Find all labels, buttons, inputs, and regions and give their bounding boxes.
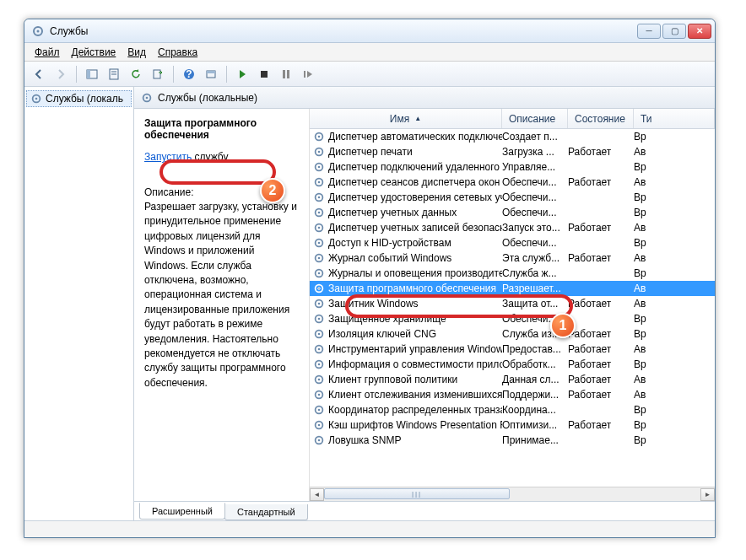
service-row[interactable]: Диспетчер подключений удаленного до...Уп… <box>310 159 715 175</box>
service-row[interactable]: Клиент групповой политикиДанная сл...Раб… <box>310 372 715 387</box>
service-row[interactable]: Инструментарий управления WindowsПредост… <box>310 342 715 357</box>
service-row[interactable]: Ловушка SNMPПринимае...Вр <box>310 433 715 448</box>
back-button[interactable] <box>30 65 48 83</box>
gear-icon <box>313 343 325 355</box>
service-row[interactable]: Координатор распределенных транзакцийКоо… <box>310 402 715 417</box>
cell-type: Вр <box>634 434 711 446</box>
statusbar <box>24 520 715 537</box>
toolbar-button[interactable] <box>202 65 220 83</box>
menu-action[interactable]: Действие <box>67 45 122 60</box>
gear-icon <box>313 419 325 431</box>
cell-type: Ав <box>634 283 711 294</box>
cell-state: Работает <box>568 298 634 310</box>
svg-rect-14 <box>287 70 289 78</box>
scroll-left-icon[interactable]: ◄ <box>310 488 324 501</box>
scroll-right-icon[interactable]: ► <box>700 488 715 501</box>
cell-desc: Предостав... <box>502 343 568 355</box>
service-row[interactable]: Диспетчер удостоверения сетевых участ...… <box>310 190 715 205</box>
cell-name: Координатор распределенных транзакций <box>313 404 502 416</box>
services-window: Службы ─ ▢ ✕ Файл Действие Вид Справка ?… <box>24 19 716 538</box>
forward-button[interactable] <box>51 65 70 83</box>
service-row[interactable]: Защищенное хранилищеОбеспечи...Вр <box>310 311 715 326</box>
cell-name: Инструментарий управления Windows <box>313 343 502 355</box>
gear-icon <box>313 176 325 188</box>
start-service-link[interactable]: Запустить <box>144 151 192 163</box>
cell-type: Ав <box>634 343 711 355</box>
export-button[interactable] <box>149 65 167 83</box>
sort-asc-icon: ▲ <box>414 115 421 122</box>
tree-item-services-local[interactable]: Службы (локаль <box>26 90 132 107</box>
refresh-button[interactable] <box>127 65 145 83</box>
col-state[interactable]: Состояние <box>568 109 634 128</box>
cell-desc: Обеспечи... <box>502 191 568 203</box>
service-row[interactable]: Информация о совместимости приложе...Обр… <box>310 357 715 372</box>
toolbar: ? <box>24 62 715 87</box>
svg-point-37 <box>318 257 321 260</box>
gear-icon <box>313 404 325 416</box>
maximize-button[interactable]: ▢ <box>662 24 686 39</box>
restart-service-button[interactable] <box>299 65 317 83</box>
cell-name: Журналы и оповещения производител... <box>313 267 502 279</box>
minimize-button[interactable]: ─ <box>637 24 661 39</box>
service-row[interactable]: Диспетчер учетных записей безопасностиЗа… <box>310 220 715 235</box>
service-row[interactable]: Защитник WindowsЗащита от...РаботаетАв <box>310 296 715 311</box>
service-row[interactable]: Диспетчер сеансов диспетчера окон раб...… <box>310 175 715 190</box>
svg-point-31 <box>318 212 321 214</box>
scroll-thumb[interactable]: ||| <box>324 488 510 499</box>
service-row[interactable]: Защита программного обеспеченияРазрешает… <box>310 281 715 296</box>
service-row[interactable]: Кэш шрифтов Windows Presentation Fou...О… <box>310 417 715 433</box>
cell-type: Вр <box>634 328 711 340</box>
svg-point-59 <box>318 424 321 427</box>
cell-type: Вр <box>634 207 711 218</box>
start-service-button[interactable] <box>233 65 251 83</box>
svg-point-55 <box>318 394 321 396</box>
cell-desc: Принимае... <box>502 434 568 446</box>
svg-point-61 <box>318 439 321 442</box>
close-button[interactable]: ✕ <box>688 24 711 39</box>
col-description[interactable]: Описание <box>502 109 568 128</box>
menu-help[interactable]: Справка <box>153 45 203 60</box>
cell-desc: Обеспечи... <box>502 237 568 249</box>
cell-type: Ав <box>634 374 711 385</box>
gear-icon <box>141 92 153 104</box>
cell-state: Работает <box>568 328 634 340</box>
cell-desc: Запуск это... <box>502 222 568 234</box>
cell-state: Работает <box>568 389 634 401</box>
properties-button[interactable] <box>105 65 123 83</box>
service-row[interactable]: Диспетчер печатиЗагрузка ...РаботаетАв <box>310 144 715 159</box>
menu-file[interactable]: Файл <box>30 45 65 60</box>
menu-view[interactable]: Вид <box>122 45 151 60</box>
scroll-track[interactable]: ||| <box>324 488 700 501</box>
help-button[interactable]: ? <box>180 65 198 83</box>
tab-extended[interactable]: Расширенный <box>139 503 225 520</box>
horizontal-scrollbar[interactable]: ◄ ||| ► <box>310 487 715 501</box>
cell-type: Вр <box>634 131 711 143</box>
cell-type: Ав <box>634 252 711 264</box>
service-row[interactable]: Изоляция ключей CNGСлужба из...РаботаетВ… <box>310 326 715 342</box>
cell-type: Ав <box>634 146 711 158</box>
service-list: Имя▲ Описание Состояние Ти Диспетчер авт… <box>310 109 715 501</box>
svg-point-41 <box>318 288 321 290</box>
col-type[interactable]: Ти <box>634 109 715 128</box>
tab-standard[interactable]: Стандартный <box>224 504 308 520</box>
cell-name: Ловушка SNMP <box>313 434 502 446</box>
cell-name: Защита программного обеспечения <box>313 283 502 294</box>
pause-service-button[interactable] <box>277 65 295 83</box>
svg-point-33 <box>318 227 321 229</box>
cell-desc: Создает п... <box>502 131 568 143</box>
service-row[interactable]: Клиент отслеживания изменившихся св...По… <box>310 387 715 402</box>
service-row[interactable]: Журналы и оповещения производител...Служ… <box>310 266 715 281</box>
service-rows: Диспетчер автоматических подключени...Со… <box>310 129 715 487</box>
main-header: Службы (локальные) <box>134 87 715 109</box>
service-row[interactable]: Доступ к HID-устройствамОбеспечи...Вр <box>310 235 715 250</box>
service-row[interactable]: Журнал событий WindowsЭта служб...Работа… <box>310 250 715 266</box>
cell-name: Кэш шрифтов Windows Presentation Fou... <box>313 419 502 431</box>
service-row[interactable]: Диспетчер автоматических подключени...Со… <box>310 129 715 144</box>
cell-desc: Защита от... <box>502 298 568 310</box>
titlebar[interactable]: Службы ─ ▢ ✕ <box>24 19 715 43</box>
svg-text:?: ? <box>186 68 192 80</box>
service-row[interactable]: Диспетчер учетных данныхОбеспечи...Вр <box>310 205 715 220</box>
show-hide-tree-button[interactable] <box>83 65 101 83</box>
col-name[interactable]: Имя▲ <box>310 109 502 128</box>
stop-service-button[interactable] <box>255 65 273 83</box>
